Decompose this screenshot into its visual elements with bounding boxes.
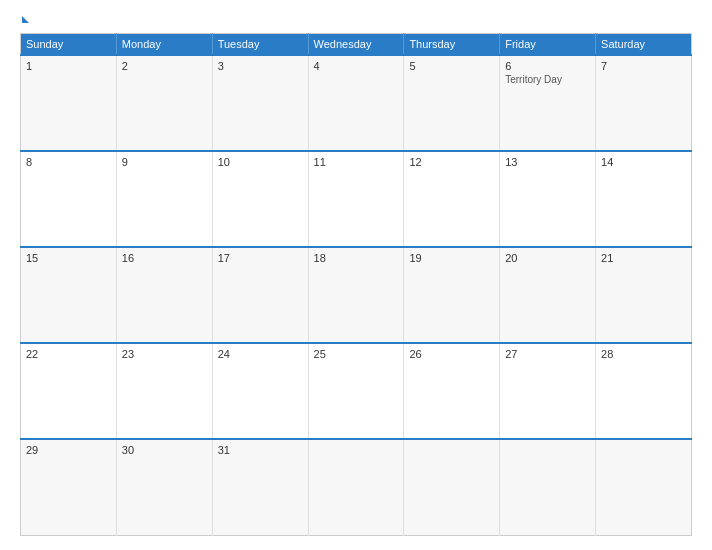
calendar-cell: 1 — [21, 55, 117, 151]
day-number: 17 — [218, 252, 303, 264]
calendar-cell: 31 — [212, 439, 308, 535]
calendar-cell: 14 — [596, 151, 692, 247]
day-number: 19 — [409, 252, 494, 264]
calendar-cell: 13 — [500, 151, 596, 247]
week-row-4: 22232425262728 — [21, 343, 692, 439]
calendar-cell — [500, 439, 596, 535]
calendar-cell: 22 — [21, 343, 117, 439]
calendar-cell: 11 — [308, 151, 404, 247]
day-number: 3 — [218, 60, 303, 72]
day-header-tuesday: Tuesday — [212, 34, 308, 56]
week-row-3: 15161718192021 — [21, 247, 692, 343]
day-number: 29 — [26, 444, 111, 456]
day-number: 30 — [122, 444, 207, 456]
day-number: 14 — [601, 156, 686, 168]
day-number: 23 — [122, 348, 207, 360]
calendar-cell — [308, 439, 404, 535]
logo-triangle-icon — [22, 16, 29, 23]
day-number: 28 — [601, 348, 686, 360]
logo — [20, 18, 29, 23]
calendar-cell: 7 — [596, 55, 692, 151]
calendar-body: 123456Territory Day789101112131415161718… — [21, 55, 692, 536]
header — [20, 18, 692, 23]
calendar-cell: 2 — [116, 55, 212, 151]
calendar-cell: 12 — [404, 151, 500, 247]
day-header-friday: Friday — [500, 34, 596, 56]
day-number: 27 — [505, 348, 590, 360]
day-number: 2 — [122, 60, 207, 72]
calendar-cell: 20 — [500, 247, 596, 343]
calendar-cell: 3 — [212, 55, 308, 151]
day-number: 6 — [505, 60, 590, 72]
calendar-cell: 23 — [116, 343, 212, 439]
day-header-wednesday: Wednesday — [308, 34, 404, 56]
day-number: 20 — [505, 252, 590, 264]
week-row-5: 293031 — [21, 439, 692, 535]
day-number: 12 — [409, 156, 494, 168]
day-number: 5 — [409, 60, 494, 72]
calendar-cell: 26 — [404, 343, 500, 439]
day-number: 22 — [26, 348, 111, 360]
calendar-cell: 27 — [500, 343, 596, 439]
calendar-cell — [596, 439, 692, 535]
day-number: 18 — [314, 252, 399, 264]
calendar-cell: 30 — [116, 439, 212, 535]
calendar-cell: 16 — [116, 247, 212, 343]
calendar-cell: 6Territory Day — [500, 55, 596, 151]
calendar-cell: 5 — [404, 55, 500, 151]
calendar-cell: 4 — [308, 55, 404, 151]
day-number: 9 — [122, 156, 207, 168]
day-number: 31 — [218, 444, 303, 456]
calendar-cell: 25 — [308, 343, 404, 439]
calendar-cell — [404, 439, 500, 535]
calendar-cell: 8 — [21, 151, 117, 247]
day-number: 10 — [218, 156, 303, 168]
day-number: 26 — [409, 348, 494, 360]
day-number: 15 — [26, 252, 111, 264]
day-number: 4 — [314, 60, 399, 72]
day-header-thursday: Thursday — [404, 34, 500, 56]
event-label: Territory Day — [505, 74, 590, 85]
calendar-cell: 18 — [308, 247, 404, 343]
day-number: 16 — [122, 252, 207, 264]
calendar-cell: 19 — [404, 247, 500, 343]
page: SundayMondayTuesdayWednesdayThursdayFrid… — [0, 0, 712, 550]
day-number: 21 — [601, 252, 686, 264]
week-row-2: 891011121314 — [21, 151, 692, 247]
day-number: 7 — [601, 60, 686, 72]
week-row-1: 123456Territory Day7 — [21, 55, 692, 151]
day-header-sunday: Sunday — [21, 34, 117, 56]
calendar-cell: 9 — [116, 151, 212, 247]
day-number: 8 — [26, 156, 111, 168]
day-header-saturday: Saturday — [596, 34, 692, 56]
calendar-cell: 24 — [212, 343, 308, 439]
calendar-table: SundayMondayTuesdayWednesdayThursdayFrid… — [20, 33, 692, 536]
day-number: 13 — [505, 156, 590, 168]
days-header-row: SundayMondayTuesdayWednesdayThursdayFrid… — [21, 34, 692, 56]
calendar-cell: 28 — [596, 343, 692, 439]
day-number: 25 — [314, 348, 399, 360]
calendar-cell: 29 — [21, 439, 117, 535]
calendar-cell: 10 — [212, 151, 308, 247]
day-number: 11 — [314, 156, 399, 168]
calendar-cell: 21 — [596, 247, 692, 343]
day-header-monday: Monday — [116, 34, 212, 56]
calendar-cell: 17 — [212, 247, 308, 343]
day-number: 24 — [218, 348, 303, 360]
calendar-cell: 15 — [21, 247, 117, 343]
day-number: 1 — [26, 60, 111, 72]
